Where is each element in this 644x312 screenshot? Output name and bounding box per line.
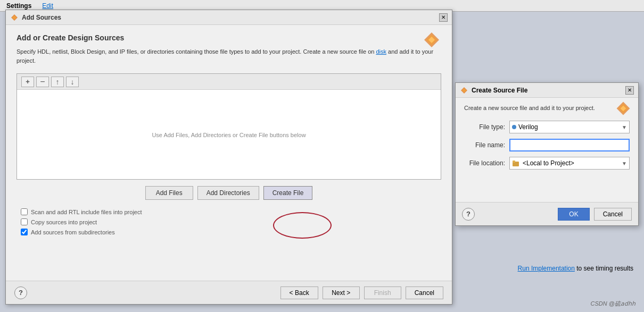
dialog-title-text: Add Sources [22,14,61,21]
edit-menu-item[interactable]: Edit [40,1,55,11]
copy-sources-checkbox-label[interactable]: Copy sources into project [21,218,437,225]
create-file-button[interactable]: Create File [263,186,313,200]
dialog-title: Add Sources [10,13,61,22]
scan-rtl-checkbox[interactable] [21,208,28,215]
add-subdirectories-checkbox-label[interactable]: Add sources from subdirectories [21,229,437,235]
finish-button[interactable]: Finish [364,286,401,299]
add-file-toolbar-btn[interactable]: + [21,77,34,87]
settings-menu-item[interactable]: Settings [4,1,34,11]
file-type-row: File type: Verilog ▼ [464,121,630,133]
back-button[interactable]: < Back [280,286,318,299]
add-files-button[interactable]: Add Files [145,186,193,200]
create-source-cancel-button[interactable]: Cancel [594,208,632,221]
dialog-description: Specify HDL, netlist, Block Design, and … [16,47,441,65]
create-source-ok-button[interactable]: OK [558,208,589,221]
disk-link[interactable]: disk [376,48,386,55]
create-source-icon [460,86,468,95]
file-name-row: File name: [464,139,630,151]
dialog-footer: ? < Back Next > Finish Cancel [6,281,452,304]
help-button[interactable]: ? [14,286,27,299]
file-name-label: File name: [464,141,509,149]
cancel-button[interactable]: Cancel [406,286,443,299]
create-source-title-text: Create Source File [472,87,527,94]
create-source-footer: ? OK Cancel [456,202,638,225]
vivado-logo [422,30,441,49]
create-source-logo [615,100,632,119]
copy-sources-checkbox[interactable] [21,218,28,225]
dialog-heading: Add or Create Design Sources [16,33,441,42]
vivado-icon [10,13,19,22]
add-directories-button[interactable]: Add Directories [197,186,259,200]
run-implementation-link[interactable]: Run Implementation [518,265,575,272]
logo-area [422,30,441,51]
file-location-value: <Local to Project> [512,159,574,167]
move-up-toolbar-btn[interactable]: ↑ [51,77,64,87]
create-source-action-buttons: OK Cancel [558,208,632,221]
file-location-row: File location: <Local to Project> ▼ [464,157,630,170]
add-sources-dialog: Add Sources ✕ Add or Create Design Sourc… [5,10,452,305]
verilog-dot [512,125,516,129]
create-source-description: Create a new source file and add it to y… [464,104,630,112]
remove-file-toolbar-btn[interactable]: − [36,77,49,87]
svg-rect-11 [513,161,515,163]
folder-icon [512,159,519,167]
checkbox-group: Scan and add RTL include files into proj… [16,208,441,235]
select-arrow-icon: ▼ [622,124,627,130]
dialog-titlebar: Add Sources ✕ [6,10,452,25]
create-source-help-button[interactable]: ? [462,208,475,221]
footer-left: ? [14,286,27,299]
create-source-title: Create Source File [460,86,527,95]
watermark: CSDN @硫𝖺𝖽𝗁𝗁 [591,300,635,308]
create-source-body: Create a new source file and add it to y… [456,98,638,181]
create-source-titlebar: Create Source File ✕ [456,83,638,98]
next-button[interactable]: Next > [323,286,360,299]
file-location-select[interactable]: <Local to Project> ▼ [509,157,630,170]
create-source-dialog: Create Source File ✕ Create a new source… [455,82,639,226]
dialog-body: Add or Create Design Sources Specify HDL… [6,25,452,250]
file-list-empty-message: Use Add Files, Add Directories or Create… [17,90,441,180]
add-subdirectories-checkbox[interactable] [21,229,28,235]
move-down-toolbar-btn[interactable]: ↓ [66,77,79,87]
create-source-close-button[interactable]: ✕ [625,86,634,95]
file-name-input[interactable] [509,139,630,151]
run-implementation-area: Run Implementation to see timing results [518,265,633,272]
file-type-select[interactable]: Verilog ▼ [509,121,630,133]
file-type-value: Verilog [512,123,538,131]
file-type-label: File type: [464,123,509,131]
file-list-toolbar: + − ↑ ↓ [17,74,441,90]
scan-rtl-checkbox-label[interactable]: Scan and add RTL include files into proj… [21,208,437,215]
file-list-area: + − ↑ ↓ Use Add Files, Add Directories o… [16,73,441,180]
dialog-close-button[interactable]: ✕ [439,13,448,22]
file-location-label: File location: [464,159,509,167]
footer-right: < Back Next > Finish Cancel [280,286,443,299]
create-source-vivado-logo [615,100,632,117]
action-buttons-row: Add Files Add Directories Create File [16,186,441,200]
location-select-arrow-icon: ▼ [622,161,627,166]
